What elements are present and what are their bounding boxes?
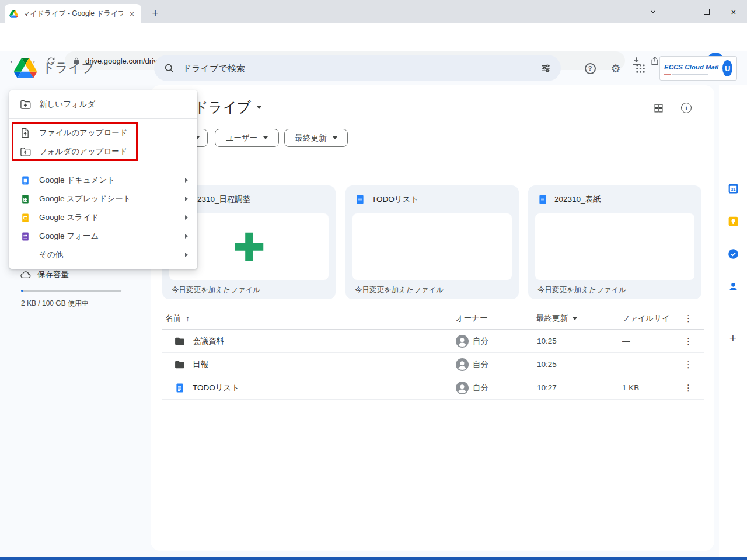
file-size: — <box>622 353 630 376</box>
card-reason: 今日変更を加えたファイル <box>355 285 444 295</box>
new-folder-icon <box>19 99 31 110</box>
tab-close-icon[interactable]: × <box>127 9 137 19</box>
column-header-name[interactable]: 名前 ↑ <box>165 308 190 329</box>
owner-name: 自分 <box>473 376 488 399</box>
storage-section[interactable]: 保存容量 <box>20 269 69 281</box>
sheets-preview-cross <box>231 228 268 265</box>
menu-item-new-folder[interactable]: 新しいフォルダ <box>9 95 197 114</box>
menu-item-label: 新しいフォルダ <box>39 99 188 110</box>
table-row[interactable]: 会議資料 自分 10:25 — ⋮ <box>162 330 704 353</box>
file-size: 1 KB <box>622 376 639 399</box>
folder-icon <box>174 353 186 376</box>
docs-file-icon <box>19 176 31 186</box>
file-name: 会議資料 <box>193 330 224 352</box>
menu-item-google-docs[interactable]: Google ドキュメント <box>9 171 197 190</box>
drive-favicon <box>9 10 18 18</box>
drive-search-bar[interactable] <box>154 55 561 81</box>
card-reason: 今日変更を加えたファイル <box>537 285 626 295</box>
filter-chip-modified[interactable]: 最終更新 <box>284 129 348 147</box>
file-name: 日報 <box>193 353 208 376</box>
menu-item-more[interactable]: その他 <box>9 246 197 264</box>
column-header-modified[interactable]: 最終更新 <box>536 308 577 329</box>
forms-file-icon <box>19 232 31 242</box>
row-more-options-icon[interactable]: ⋮ <box>684 330 693 352</box>
table-row[interactable]: TODOリスト 自分 10:27 1 KB ⋮ <box>162 376 704 400</box>
storage-label: 保存容量 <box>37 270 69 280</box>
menu-item-google-sheets[interactable]: Google スプレッドシート <box>9 190 197 208</box>
workspace-side-rail: 31 + <box>719 85 747 557</box>
window-bottom-edge <box>0 557 747 560</box>
storage-usage-text: 2 KB / 100 GB 使用中 <box>21 299 89 309</box>
suggestion-card[interactable]: 202310_表紙 今日変更を加えたファイル <box>528 186 701 299</box>
menu-item-google-forms[interactable]: Google フォーム <box>9 227 197 246</box>
eccs-account-badge[interactable]: ECCS Cloud Mail U <box>659 56 737 80</box>
badge-subtext <box>664 74 718 75</box>
settings-gear-icon[interactable]: ⚙ <box>608 60 624 76</box>
suggestion-card[interactable]: TODOリスト 今日変更を加えたファイル <box>345 186 519 299</box>
menu-item-folder-upload[interactable]: フォルダのアップロード <box>9 142 197 161</box>
sheets-file-icon <box>19 194 31 204</box>
column-header-size[interactable]: ファイルサイ <box>622 308 670 329</box>
browser-toolbar: ← → drive.google.com/drive/my-drive ☆ U … <box>0 23 747 51</box>
menu-item-label: Google フォーム <box>39 231 177 242</box>
row-more-options-icon[interactable]: ⋮ <box>684 353 693 376</box>
browser-tab[interactable]: マイドライブ - Google ドライブ × <box>5 4 141 23</box>
owner-name: 自分 <box>473 353 488 376</box>
card-title: 202310_表紙 <box>554 194 601 205</box>
column-header-owner[interactable]: オーナー <box>456 308 488 329</box>
svg-text:31: 31 <box>731 187 735 191</box>
search-input[interactable] <box>183 63 532 73</box>
menu-item-google-slides[interactable]: Google スライド <box>9 208 197 227</box>
tasks-icon[interactable] <box>724 244 742 263</box>
window-close-button[interactable]: × <box>720 0 747 23</box>
table-row[interactable]: 日報 自分 10:25 — ⋮ <box>162 353 704 376</box>
window-minimize-button[interactable]: – <box>666 0 693 23</box>
docs-file-icon <box>174 376 185 399</box>
details-info-icon[interactable]: i <box>678 100 694 116</box>
chevron-down-icon <box>263 136 268 139</box>
menu-item-label: その他 <box>39 250 177 260</box>
modified-time: 10:25 <box>537 330 557 352</box>
row-more-options-icon[interactable]: ⋮ <box>684 376 693 399</box>
grid-view-toggle-icon[interactable] <box>650 100 666 116</box>
storage-progress-bar <box>21 290 121 292</box>
add-addon-plus-icon[interactable]: + <box>724 329 742 348</box>
file-upload-icon <box>19 127 31 139</box>
calendar-icon[interactable]: 31 <box>724 179 742 198</box>
owner-name: 自分 <box>473 330 488 352</box>
menu-item-file-upload[interactable]: ファイルのアップロード <box>9 124 197 142</box>
modified-time: 10:25 <box>537 353 557 376</box>
docs-file-icon <box>355 194 365 205</box>
help-icon[interactable]: ? <box>582 60 598 76</box>
contacts-icon[interactable] <box>724 277 742 296</box>
rail-divider <box>725 313 741 313</box>
modified-time: 10:27 <box>537 376 557 399</box>
new-tab-button[interactable]: + <box>147 5 163 22</box>
drive-logo <box>14 58 37 78</box>
tab-title: マイドライブ - Google ドライブ <box>23 9 123 19</box>
window-maximize-button[interactable] <box>693 0 720 23</box>
menu-item-label: フォルダのアップロード <box>39 146 188 157</box>
filter-chip-people[interactable]: ユーザー <box>215 129 279 147</box>
submenu-arrow-icon <box>185 178 188 183</box>
table-header-row: 名前 ↑ オーナー 最終更新 ファイルサイ ⋮ <box>162 308 704 330</box>
search-options-tune-icon[interactable] <box>540 62 551 74</box>
submenu-arrow-icon <box>185 234 188 239</box>
new-menu: 新しいフォルダ ファイルのアップロード フォルダのアップロード Google ド… <box>9 90 197 269</box>
menu-item-label: ファイルのアップロード <box>39 128 188 138</box>
menu-item-label: Google ドキュメント <box>39 175 177 186</box>
header-more-options-icon[interactable]: ⋮ <box>684 308 693 329</box>
sort-ascending-icon: ↑ <box>186 314 190 323</box>
storage-progress-fill <box>21 290 23 292</box>
search-icon[interactable] <box>163 62 174 74</box>
file-table: 名前 ↑ オーナー 最終更新 ファイルサイ ⋮ 会議資料 自分 10:25 — … <box>162 308 704 400</box>
menu-divider <box>9 118 197 119</box>
owner-avatar <box>455 376 469 399</box>
account-avatar[interactable]: U <box>722 60 732 76</box>
card-reason: 今日変更を加えたファイル <box>172 285 260 295</box>
chip-label: 最終更新 <box>295 133 327 144</box>
keep-icon[interactable] <box>724 212 742 230</box>
google-apps-grid-icon[interactable] <box>632 60 648 76</box>
submenu-arrow-icon <box>185 215 188 220</box>
window-chevron-icon[interactable] <box>640 0 666 23</box>
